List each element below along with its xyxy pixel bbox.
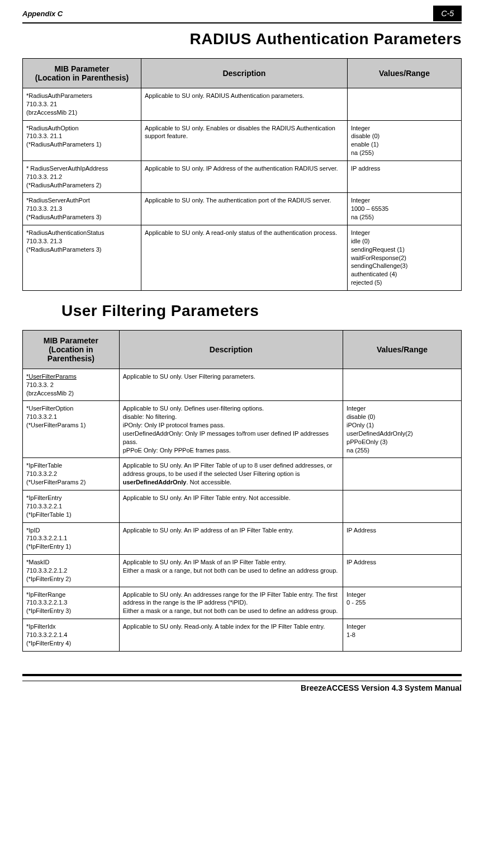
cell-param: *IpFilterRange710.3.3.2.2.1.3(*IpFilterE… (23, 587, 120, 619)
cell-desc: Applicable to SU only. User Filtering pa… (119, 369, 343, 401)
cell-val: Integerdisable (0)iPOnly (1)userDefinedA… (343, 401, 462, 458)
cell-val: IP address (347, 161, 461, 193)
cell-param: *RadiusAuthParameters710.3.3. 21(brzAcce… (23, 88, 141, 121)
cell-val (343, 490, 462, 523)
cell-val: Integer1-8 (343, 619, 462, 652)
cell-param: *UserFilterOption710.3.3.2.1(*UserFilter… (23, 401, 120, 458)
table-row: *IpFilterRange710.3.3.2.2.1.3(*IpFilterE… (23, 587, 462, 619)
footer-text: BreezeACCESS Version 4.3 System Manual (22, 681, 462, 692)
cell-param: *MaskID710.3.3.2.2.1.2(*IpFilterEntry 2) (23, 555, 120, 587)
cell-val: Integeridle (0)sendingRequest (1)waitFor… (347, 225, 461, 290)
cell-param: *UserFilterParams710.3.3. 2(brzAccessMib… (23, 369, 120, 401)
footer: BreezeACCESS Version 4.3 System Manual (22, 674, 462, 692)
userfilter-table: MIB Parameter(Location in Parenthesis) D… (22, 330, 462, 652)
cell-desc: Applicable to SU only. An IP Filter Tabl… (119, 458, 343, 490)
cell-val: Integerdisable (0)enable (1)na (255) (347, 120, 461, 161)
cell-param: * RadiusServerAuthIpAddress710.3.3. 21.2… (23, 161, 141, 193)
table-row: *RadiusAuthOption710.3.3. 21.1(*RadiusAu… (23, 120, 462, 161)
cell-desc: Applicable to SU only. Defines user-filt… (119, 401, 343, 458)
col-header-param: MIB Parameter(Location in Parenthesis) (23, 330, 120, 369)
cell-param: *IpFilterTable710.3.3.2.2(*UserFilterPar… (23, 458, 120, 490)
cell-desc: Applicable to SU only. The authenticatio… (141, 193, 347, 225)
radius-table: MIB Parameter(Location in Parenthesis) D… (22, 58, 462, 291)
table-row: *UserFilterParams710.3.3. 2(brzAccessMib… (23, 369, 462, 401)
cell-val (343, 458, 462, 490)
cell-desc: Applicable to SU only. Enables or disabl… (141, 120, 347, 161)
table-row: *IpFilterTable710.3.3.2.2(*UserFilterPar… (23, 458, 462, 490)
page-header: Appendix C C-5 (22, 6, 462, 21)
table-row: *MaskID710.3.3.2.2.1.2(*IpFilterEntry 2)… (23, 555, 462, 587)
table-row: *RadiusAuthenticationStatus710.3.3. 21.3… (23, 225, 462, 290)
cell-val (347, 88, 461, 121)
cell-param: *RadiusAuthenticationStatus710.3.3. 21.3… (23, 225, 141, 290)
col-header-val: Values/Range (343, 330, 462, 369)
cell-desc: Applicable to SU only. An IP Mask of an … (119, 555, 343, 587)
table-row: *IpID710.3.3.2.2.1.1(*IpFilterEntry 1) A… (23, 522, 462, 555)
cell-param: *IpFilterEntry710.3.3.2.2.1(*IpFilterTab… (23, 490, 120, 523)
cell-desc: Applicable to SU only. An IP address of … (119, 522, 343, 555)
cell-val (343, 369, 462, 401)
table-row: *RadiusServerAuthPort710.3.3. 21.3(*Radi… (23, 193, 462, 225)
cell-val: IP Address (343, 555, 462, 587)
header-divider (22, 22, 462, 23)
col-header-desc: Description (141, 59, 347, 88)
cell-desc: Applicable to SU only. An addresses rang… (119, 587, 343, 619)
cell-param: *IpFilterIdx710.3.3.2.2.1.4(*IpFilterEnt… (23, 619, 120, 652)
cell-param: *RadiusAuthOption710.3.3. 21.1(*RadiusAu… (23, 120, 141, 161)
table-row: *IpFilterIdx710.3.3.2.2.1.4(*IpFilterEnt… (23, 619, 462, 652)
col-header-param: MIB Parameter(Location in Parenthesis) (23, 59, 141, 88)
cell-val: Integer0 - 255 (343, 587, 462, 619)
section-title-radius: RADIUS Authentication Parameters (22, 30, 462, 48)
cell-val: IP Address (343, 522, 462, 555)
appendix-label: Appendix C (22, 10, 63, 18)
cell-desc: Applicable to SU only. Read-only. A tabl… (119, 619, 343, 652)
table-row: *RadiusAuthParameters710.3.3. 21(brzAcce… (23, 88, 462, 121)
col-header-desc: Description (119, 330, 343, 369)
cell-desc: Applicable to SU only. A read-only statu… (141, 225, 347, 290)
table-row: * RadiusServerAuthIpAddress710.3.3. 21.2… (23, 161, 462, 193)
table-row: *UserFilterOption710.3.3.2.1(*UserFilter… (23, 401, 462, 458)
cell-param: *RadiusServerAuthPort710.3.3. 21.3(*Radi… (23, 193, 141, 225)
cell-val: Integer1000 – 65535na (255) (347, 193, 461, 225)
cell-desc: Applicable to SU only. An IP Filter Tabl… (119, 490, 343, 523)
table-row: *IpFilterEntry710.3.3.2.2.1(*IpFilterTab… (23, 490, 462, 523)
cell-desc: Applicable to SU only. RADIUS Authentica… (141, 88, 347, 121)
col-header-val: Values/Range (347, 59, 461, 88)
page-number: C-5 (433, 6, 462, 21)
cell-desc: Applicable to SU only. IP Address of the… (141, 161, 347, 193)
cell-param: *IpID710.3.3.2.2.1.1(*IpFilterEntry 1) (23, 522, 120, 555)
section-title-userfilter: User Filtering Parameters (61, 302, 462, 320)
